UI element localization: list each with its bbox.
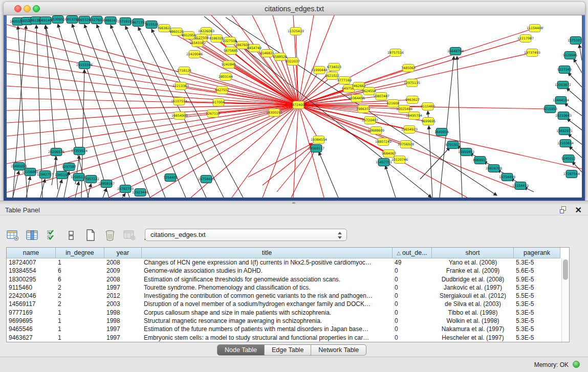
graph-node[interactable]: 18757516	[387, 49, 404, 57]
graph-node[interactable]: 20153346	[76, 61, 93, 69]
table-selector-dropdown[interactable]: citations_edges.txt	[145, 229, 347, 241]
graph-node[interactable]: 7254401	[163, 174, 178, 182]
graph-node[interactable]: 12217987	[517, 35, 534, 42]
graph-node[interactable]: 7615526	[144, 21, 159, 29]
graph-node[interactable]: 9115460	[421, 103, 435, 111]
graph-node[interactable]: 20364456	[349, 95, 365, 102]
graph-edge[interactable]	[263, 144, 314, 185]
graph-edge[interactable]	[88, 184, 91, 198]
graph-node[interactable]: 18300295	[266, 109, 282, 117]
graph-edge[interactable]	[232, 105, 298, 198]
graph-node[interactable]: 6791917	[446, 141, 460, 149]
graph-node[interactable]: 9297587	[62, 163, 76, 171]
graph-node[interactable]: 12093872	[555, 81, 571, 89]
scrollbar-thumb[interactable]	[563, 259, 568, 280]
graph-node[interactable]: 12942757	[37, 171, 53, 179]
graph-node[interactable]: 22420046	[186, 51, 203, 58]
show-columns-icon[interactable]	[26, 229, 39, 242]
graph-node[interactable]: 12975135	[404, 79, 420, 87]
graph-edge[interactable]	[122, 193, 125, 198]
window-titlebar[interactable]: citations_edges.txt	[4, 2, 585, 15]
graph-node[interactable]: 16959493	[458, 148, 474, 156]
graph-node[interactable]: 10754498	[499, 173, 515, 181]
graph-node[interactable]: 15457751	[376, 159, 392, 166]
graph-edge[interactable]	[52, 157, 56, 185]
graph-node[interactable]: 11154408	[527, 25, 543, 32]
column-header-title[interactable]: title	[142, 248, 393, 258]
graph-node[interactable]: 6466161	[103, 17, 118, 25]
row-selection-mode-icon[interactable]	[45, 229, 58, 242]
graph-node[interactable]: 6734023	[327, 63, 341, 71]
graph-edge[interactable]	[420, 147, 450, 179]
network-canvas[interactable]: 1405571759051951861211320691406953095168…	[7, 15, 582, 198]
graph-node[interactable]: 16648794	[447, 48, 464, 55]
graph-edge[interactable]	[291, 146, 317, 198]
merge-tables-icon[interactable]	[64, 229, 78, 242]
graph-node[interactable]: 7986372	[356, 105, 371, 113]
graph-node[interactable]: 15751074	[568, 37, 582, 45]
table-settings-icon[interactable]	[6, 229, 19, 242]
graph-node[interactable]: 1527602	[90, 16, 104, 24]
graph-node[interactable]: 19384554	[311, 136, 327, 144]
graph-edge[interactable]	[72, 24, 129, 198]
table-row[interactable]: 969969511998Structural magnetic resonanc…	[7, 317, 561, 325]
graph-node[interactable]: 9684067	[382, 150, 396, 158]
graph-node[interactable]: 14569117	[308, 145, 324, 152]
graph-node[interactable]: 9327508	[223, 37, 237, 45]
column-header-short[interactable]: short	[432, 248, 514, 258]
memory-status-icon[interactable]	[573, 361, 580, 368]
graph-node[interactable]: 8912954	[182, 32, 196, 39]
panel-splitter[interactable]	[0, 201, 588, 204]
graph-node[interactable]: 16654905	[171, 112, 188, 120]
graph-node[interactable]: 12923446	[132, 189, 148, 196]
graph-node[interactable]: 9242845	[222, 61, 236, 69]
graph-node[interactable]: 12444194	[553, 97, 569, 104]
graph-node[interactable]: 18807249	[375, 138, 391, 146]
graph-edge[interactable]	[84, 25, 150, 198]
tab-network-table[interactable]: Network Table	[311, 345, 366, 355]
graph-edge[interactable]	[109, 105, 298, 198]
close-icon[interactable]: ✕	[575, 205, 582, 215]
graph-node[interactable]: 9699695	[421, 118, 435, 125]
graph-node[interactable]: 17359924	[71, 147, 88, 155]
graph-node[interactable]: 10120746	[391, 156, 408, 164]
table-row[interactable]: 1938455462009Genome-wide association stu…	[7, 267, 561, 275]
graph-node[interactable]: 16543382	[189, 39, 206, 47]
graph-edge[interactable]	[457, 56, 462, 198]
graph-node[interactable]: 9245012	[561, 155, 576, 163]
graph-node[interactable]: 11990448	[311, 67, 328, 74]
graph-node[interactable]: 18724007	[290, 101, 307, 109]
delete-columns-icon[interactable]	[103, 229, 117, 242]
graph-node[interactable]: 2803144	[219, 73, 233, 81]
float-window-icon[interactable]	[560, 206, 568, 213]
table-row[interactable]: 1456911722003Disruption of a novel membe…	[7, 300, 561, 308]
column-header-name[interactable]: name	[7, 248, 56, 258]
graph-node[interactable]: 17287544	[563, 170, 580, 178]
graph-node[interactable]: 8427552	[215, 86, 229, 94]
graph-edge[interactable]	[97, 25, 165, 198]
graph-edge[interactable]	[7, 98, 298, 105]
graph-edge[interactable]	[574, 59, 582, 73]
graph-node[interactable]: 9267110	[206, 110, 220, 118]
graph-node[interactable]: 10958167	[98, 180, 115, 188]
graph-node[interactable]: 16754405	[198, 176, 214, 183]
new-column-icon[interactable]	[84, 229, 97, 242]
graph-node[interactable]: 12103654	[557, 140, 574, 147]
graph-node[interactable]: 917004	[212, 99, 225, 106]
graph-node[interactable]: 19654923	[401, 126, 418, 134]
graph-node[interactable]: 12154419	[512, 182, 529, 190]
graph-node[interactable]: 1345194	[55, 171, 69, 179]
graph-node[interactable]: 9227343	[557, 66, 572, 74]
table-row[interactable]: 946362711997Embryonic stem cells: a mode…	[7, 334, 561, 342]
graph-edge[interactable]	[103, 188, 106, 198]
graph-node[interactable]: 16210643	[555, 112, 572, 120]
graph-node[interactable]: 9129946	[563, 52, 577, 59]
graph-node[interactable]: 16816708	[486, 165, 502, 172]
graph-node[interactable]: 2718126	[177, 67, 191, 75]
splitter-handle[interactable]	[292, 202, 295, 204]
vertical-scrollbar[interactable]	[561, 258, 569, 342]
column-header-year[interactable]: year	[104, 248, 142, 258]
graph-edge[interactable]	[7, 105, 298, 178]
graph-node[interactable]: 7485063	[401, 64, 416, 72]
graph-node[interactable]: 11325419	[288, 28, 304, 35]
